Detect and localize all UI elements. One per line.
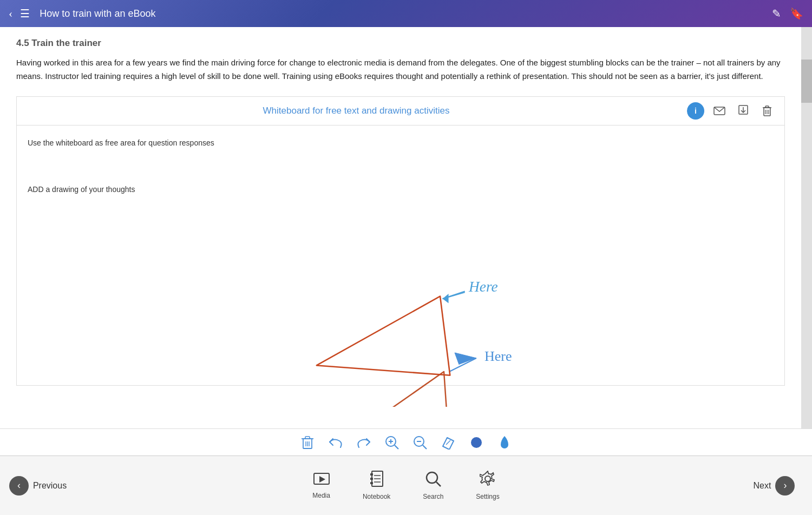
svg-line-26: [395, 445, 398, 449]
settings-label: Settings: [476, 493, 499, 500]
nav-center: Media Notebook: [0, 471, 812, 500]
nav-notebook[interactable]: Notebook: [363, 471, 390, 500]
next-circle: ›: [775, 476, 795, 496]
previous-label: Previous: [33, 481, 67, 491]
nav-settings[interactable]: Settings: [476, 471, 499, 500]
svg-rect-38: [370, 482, 373, 484]
email-icon[interactable]: [711, 102, 728, 120]
drawing-area[interactable]: Here Here: [17, 158, 784, 385]
svg-marker-30: [443, 438, 454, 450]
delete-icon[interactable]: [758, 102, 776, 120]
whiteboard-icons: i: [687, 102, 776, 120]
whiteboard-title: Whiteboard for free text and drawing act…: [25, 105, 687, 116]
search-label: Search: [423, 493, 443, 500]
drawing-svg[interactable]: Here: [17, 158, 784, 385]
toolbar-undo-icon[interactable]: [326, 433, 345, 452]
svg-line-31: [446, 440, 450, 445]
media-label: Media: [312, 492, 330, 499]
svg-line-43: [436, 482, 441, 486]
toolbar-zoom-out-icon[interactable]: [411, 433, 429, 452]
whiteboard-body[interactable]: Use the whiteboard as free area for ques…: [17, 126, 784, 385]
edit-icon[interactable]: ✎: [772, 7, 781, 20]
settings-icon: [480, 471, 496, 491]
toolbar-eraser-icon[interactable]: [439, 433, 457, 452]
toolbar-color-circle-icon[interactable]: [467, 433, 486, 452]
whiteboard-container: Whiteboard for free text and drawing act…: [16, 96, 785, 386]
previous-button[interactable]: ‹ Previous: [0, 456, 76, 515]
nav-media[interactable]: Media: [312, 472, 330, 499]
svg-text:Here: Here: [468, 278, 498, 294]
svg-rect-37: [370, 478, 373, 480]
whiteboard-instruction: Use the whiteboard as free area for ques…: [28, 138, 774, 147]
header-title: How to train with an eBook: [40, 8, 772, 19]
info-icon[interactable]: i: [687, 102, 704, 120]
section-heading: 4.5 Train the trainer: [16, 38, 785, 49]
media-icon: [313, 472, 330, 490]
toolbar-zoom-in-icon[interactable]: [383, 433, 401, 452]
body-text: Having worked in this area for a few yea…: [16, 56, 785, 83]
svg-line-16: [443, 292, 465, 299]
toolbar-delete-icon[interactable]: [298, 433, 317, 452]
svg-rect-5: [765, 106, 769, 108]
svg-line-29: [423, 445, 427, 449]
toolbar-drop-icon[interactable]: [495, 433, 514, 452]
toolbar-redo-icon[interactable]: [355, 433, 373, 452]
bottom-nav: ‹ Previous Media: [0, 455, 812, 515]
svg-point-42: [427, 472, 437, 483]
svg-rect-36: [370, 473, 373, 476]
previous-circle: ‹: [9, 476, 29, 496]
main-content: 4.5 Train the trainer Having worked in t…: [0, 27, 801, 455]
scrollbar[interactable]: [801, 27, 812, 455]
svg-point-32: [471, 437, 482, 448]
menu-button[interactable]: ☰: [20, 7, 30, 20]
drawing-toolbar: [0, 428, 812, 455]
next-label: Next: [754, 481, 771, 491]
search-icon: [425, 471, 441, 491]
header-bar: ‹ ☰ How to train with an eBook ✎ 🔖: [0, 0, 812, 27]
svg-marker-34: [319, 476, 325, 483]
nav-search[interactable]: Search: [423, 471, 443, 500]
notebook-label: Notebook: [363, 493, 390, 500]
header-icons: ✎ 🔖: [772, 7, 803, 20]
back-button[interactable]: ‹: [9, 6, 12, 21]
whiteboard-header: Whiteboard for free text and drawing act…: [17, 97, 784, 126]
svg-rect-19: [305, 437, 310, 439]
download-icon[interactable]: [735, 102, 752, 120]
bookmark-icon[interactable]: 🔖: [790, 7, 803, 20]
scrollbar-thumb[interactable]: [801, 60, 812, 103]
svg-marker-12: [317, 296, 450, 375]
next-button[interactable]: Next ›: [736, 456, 812, 515]
notebook-icon: [370, 471, 384, 491]
svg-point-44: [485, 476, 490, 481]
